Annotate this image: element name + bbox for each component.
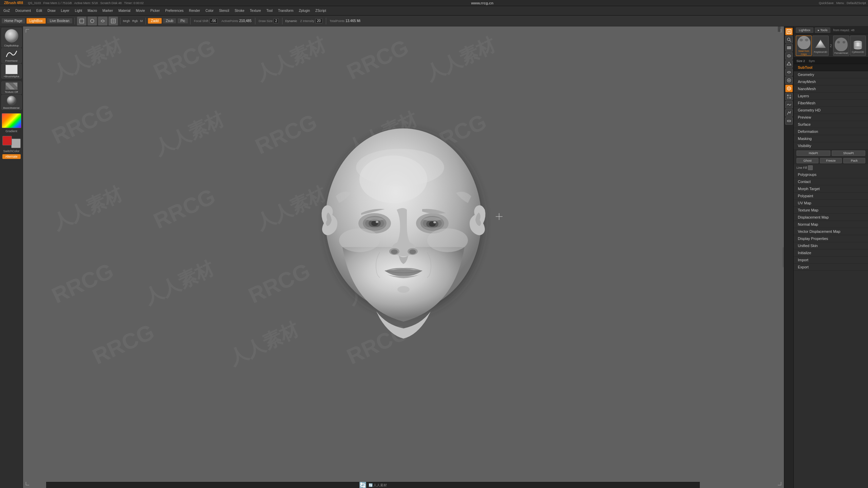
move-icon-tool[interactable] [87, 17, 97, 25]
tools-btn[interactable]: ▸ Tools [815, 27, 830, 33]
geometry-menu-item[interactable]: Geometry [794, 71, 868, 78]
polygroups-menu-item[interactable]: Polygroups [794, 171, 868, 178]
layers-icon[interactable] [785, 44, 793, 52]
menu-picker[interactable]: Picker [149, 8, 162, 13]
displacementmap-menu-item[interactable]: Displacement Map [794, 214, 868, 221]
move-square-icon[interactable] [77, 17, 86, 25]
alternate-button[interactable]: Alternate [2, 154, 21, 159]
deformation-menu-item[interactable]: Deformation [794, 128, 868, 135]
menu-light[interactable]: Light [73, 8, 84, 13]
pack-button[interactable]: Pack [843, 158, 865, 163]
rotate-icon-tool[interactable] [98, 17, 107, 25]
polypaint-menu-item[interactable]: Polypaint [794, 192, 868, 200]
nanomesh-menu-item[interactable]: NanoMesh [794, 85, 868, 93]
live-boolean-button[interactable]: Live Boolean [47, 18, 73, 24]
preview-menu-item[interactable]: Preview [794, 114, 868, 121]
brush-preview[interactable]: ClayBuildup [1, 28, 22, 47]
fibermesh-menu-item[interactable]: FiberMesh [794, 100, 868, 107]
arraymesh-menu-item[interactable]: ArrayMesh [794, 78, 868, 85]
scale-icon-tool[interactable] [108, 17, 118, 25]
menu-material[interactable]: Material [116, 8, 133, 13]
surface-menu-item[interactable]: Surface [794, 121, 868, 128]
lightbox-button[interactable]: LightBox [26, 18, 46, 24]
brush-alpha-tool[interactable]: +BrushAlpha [1, 64, 22, 79]
ghost-button[interactable]: Ghost [796, 158, 818, 163]
menu-render[interactable]: Render [187, 8, 202, 13]
menu-tool[interactable]: Tool [264, 8, 275, 13]
deform-icon[interactable] [785, 68, 793, 76]
subtool-header[interactable]: SubTool [794, 64, 868, 71]
export-menu-item[interactable]: Export [794, 264, 868, 271]
showpt-button[interactable]: ShowPt [832, 150, 866, 156]
subtool-item-1[interactable]: head frommaya [796, 36, 812, 56]
canvas-scroll-top[interactable] [778, 26, 781, 32]
menu-texture[interactable]: Texture [248, 8, 263, 13]
geometryhd-menu-item[interactable]: Geometry HD [794, 107, 868, 114]
menu-zscript[interactable]: ZScript [313, 8, 328, 13]
unifiedskin-menu-item[interactable]: Unified Skin [794, 242, 868, 249]
freeze-button[interactable]: Freeze [820, 158, 842, 163]
menu-color[interactable]: Color [203, 8, 216, 13]
menu-goz[interactable]: GoZ [1, 8, 12, 13]
bump-icon[interactable] [785, 101, 793, 108]
morphtarget-menu-item[interactable]: Morph Target [794, 185, 868, 192]
geometry-icon[interactable] [785, 60, 793, 68]
bg-color-swatch[interactable] [11, 139, 21, 148]
draw-size-value[interactable]: 2 [274, 18, 279, 23]
freehand-tool[interactable]: FreeHand [1, 48, 22, 63]
initialize-menu-item[interactable]: Initialize [794, 249, 868, 257]
masking-menu-item[interactable]: Masking [794, 135, 868, 142]
subtool-item-2[interactable]: PolyMesh3D [812, 36, 828, 56]
zadd-button[interactable]: Zadd [148, 18, 162, 24]
vectordisplacementmap-menu-item[interactable]: Vector Displacement Map [794, 228, 868, 235]
zoom-icon[interactable] [785, 36, 793, 43]
menu-stencil[interactable]: Stencil [217, 8, 231, 13]
menu-preferences[interactable]: Preferences [163, 8, 185, 13]
subtool-icon[interactable] [785, 28, 793, 35]
material-tool[interactable]: BasicMaterial [1, 95, 22, 110]
visibility-menu-item[interactable]: Visibility [794, 142, 868, 149]
mrgh-label: Mrgh [122, 19, 131, 23]
z-intensity-value[interactable]: 20 [315, 18, 322, 23]
texture-icon[interactable] [785, 93, 793, 100]
menu-marker[interactable]: Marker [100, 8, 115, 13]
center-canvas[interactable]: 人人素材 RRCG 人人素材 RRCG 人人素材 RRCG 人人素材 RRCG … [23, 26, 784, 488]
gradient-label: Gradient [2, 129, 21, 133]
menu-transform[interactable]: Transform [276, 8, 295, 13]
eye-icon[interactable] [785, 52, 793, 60]
texturemap-menu-item[interactable]: Texture Map [794, 207, 868, 214]
menu-zplugin[interactable]: Zplugin [297, 8, 312, 13]
displayproperties-menu-item[interactable]: Display Properties [794, 235, 868, 242]
menu-macro[interactable]: Macro [85, 8, 99, 13]
menu-edit[interactable]: Edit [34, 8, 44, 13]
subtool-item-4[interactable]: CylMesh3D [850, 36, 866, 56]
contact-menu-item[interactable]: Contact [794, 178, 868, 185]
import-menu-item[interactable]: Import [794, 257, 868, 264]
hidept-button[interactable]: HidePt [796, 150, 830, 156]
zsub-button[interactable]: Zsub [163, 18, 176, 24]
menu-layer[interactable]: Layer [59, 8, 72, 13]
menu-movie[interactable]: Movie [134, 8, 147, 13]
menu-stroke[interactable]: Stroke [233, 8, 246, 13]
space-icon[interactable] [785, 117, 793, 125]
subtool-item-3[interactable]: FemaleHead [833, 36, 849, 56]
surface-icon[interactable] [785, 85, 793, 92]
texture-off-tool[interactable]: Texture Off [1, 81, 22, 94]
mask-icon[interactable] [785, 77, 793, 84]
canvas-scrollbar[interactable] [783, 247, 784, 267]
normalmap-menu-item[interactable]: Normal Map [794, 221, 868, 228]
uvmap-menu-item[interactable]: UV Map [794, 200, 868, 207]
line-fill-swatch[interactable] [808, 165, 813, 170]
home-page-button[interactable]: Home Page [1, 18, 25, 24]
right-top-header: Lightbox ▸ Tools from maya1: 48 [794, 26, 868, 34]
sculpt-icon[interactable] [785, 109, 793, 117]
color-gradient[interactable] [2, 113, 21, 128]
menu-document[interactable]: Document [13, 8, 33, 13]
tool-size-row: Size 2 Sym [794, 58, 868, 64]
lightbox-btn[interactable]: Lightbox [796, 27, 813, 33]
focal-shift-value[interactable]: -56 [210, 18, 218, 23]
menu-draw[interactable]: Draw [45, 8, 57, 13]
pic-button[interactable]: Pic [177, 18, 188, 24]
layers-menu-item[interactable]: Layers [794, 93, 868, 100]
fg-color-swatch[interactable] [2, 136, 12, 145]
